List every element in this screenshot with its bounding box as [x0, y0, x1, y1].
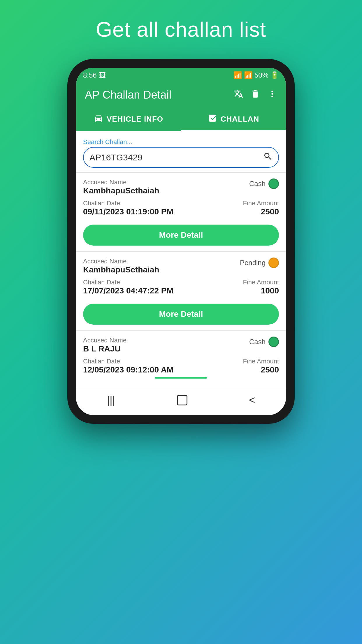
content-area: Search Challan... AP16TG3429 Accused Nam… — [76, 131, 286, 388]
status-icons: 📶 📶 50% 🔋 — [233, 71, 279, 79]
amount-value-2: 1000 — [243, 286, 279, 295]
amount-label-2: Fine Amount — [243, 279, 279, 286]
status-bar: 8:56 🖼 📶 📶 50% 🔋 — [76, 68, 286, 83]
signal-icon: 📶 — [244, 71, 253, 79]
date-value-3: 12/05/2023 09:12:00 AM — [83, 365, 173, 374]
vehicle-icon — [94, 113, 103, 125]
phone-screen: 8:56 🖼 📶 📶 50% 🔋 AP Challan Detail — [76, 68, 286, 415]
scroll-indicator — [155, 377, 207, 379]
more-detail-btn-2[interactable]: More Detail — [83, 304, 279, 325]
delete-button[interactable] — [250, 89, 260, 101]
phone-frame: 8:56 🖼 📶 📶 50% 🔋 AP Challan Detail — [67, 59, 295, 424]
date-label-3: Challan Date — [83, 358, 173, 365]
time: 8:56 — [83, 71, 97, 79]
search-box[interactable]: AP16TG3429 — [83, 147, 279, 168]
search-area: Search Challan... AP16TG3429 — [76, 131, 286, 172]
app-bar: AP Challan Detail — [76, 83, 286, 107]
battery: 50% — [254, 71, 268, 79]
status-dot-1 — [268, 178, 279, 189]
app-title: AP Challan Detail — [85, 89, 171, 101]
battery-icon: 🔋 — [270, 71, 279, 79]
status-text-1: Cash — [249, 180, 266, 188]
accused-label-1: Accused Name — [83, 178, 159, 186]
status-badge-3: Cash — [249, 337, 279, 347]
challan-card-1: Accused Name KambhapuSethaiah Cash Chall… — [76, 172, 286, 246]
amount-label-1: Fine Amount — [243, 200, 279, 207]
more-detail-btn-1[interactable]: More Detail — [83, 225, 279, 246]
accused-label-2: Accused Name — [83, 258, 159, 265]
status-text-2: Pending — [240, 259, 266, 267]
tab-bar: VEHICLE INFO CHALLAN — [76, 107, 286, 131]
accused-label-3: Accused Name — [83, 337, 126, 344]
accused-name-1: KambhapuSethaiah — [83, 186, 159, 195]
search-value: AP16TG3429 — [89, 153, 263, 162]
translate-button[interactable] — [233, 89, 243, 101]
challan-icon — [208, 113, 217, 125]
search-icon[interactable] — [263, 152, 273, 163]
accused-name-2: KambhapuSethaiah — [83, 265, 159, 274]
app-actions — [233, 89, 277, 101]
date-label-1: Challan Date — [83, 200, 173, 207]
wifi-icon: 📶 — [233, 71, 242, 79]
status-badge-1: Cash — [249, 178, 279, 189]
date-label-2: Challan Date — [83, 279, 173, 286]
page-title: Get all challan list — [96, 18, 266, 41]
amount-value-3: 2500 — [243, 365, 279, 374]
nav-recent-button[interactable]: < — [249, 394, 255, 406]
more-button[interactable] — [267, 89, 277, 101]
nav-home-button[interactable] — [177, 395, 187, 405]
date-value-2: 17/07/2023 04:47:22 PM — [83, 286, 173, 295]
search-label: Search Challan... — [83, 138, 279, 146]
tab-challan[interactable]: CHALLAN — [181, 107, 286, 131]
challan-card-2: Accused Name KambhapuSethaiah Pending Ch… — [76, 251, 286, 325]
amount-label-3: Fine Amount — [243, 358, 279, 365]
date-value-1: 09/11/2023 01:19:00 PM — [83, 207, 173, 216]
nav-bar: ||| < — [76, 388, 286, 415]
amount-value-1: 2500 — [243, 207, 279, 216]
status-dot-2 — [268, 258, 279, 268]
status-text-3: Cash — [249, 338, 266, 346]
challan-card-3: Accused Name B L RAJU Cash Challan Date … — [76, 330, 286, 388]
photo-icon: 🖼 — [99, 71, 106, 79]
tab-vehicle-info[interactable]: VEHICLE INFO — [76, 107, 181, 131]
status-badge-2: Pending — [240, 258, 279, 268]
status-dot-3 — [268, 337, 279, 347]
tab-challan-label: CHALLAN — [221, 115, 259, 124]
accused-name-3: B L RAJU — [83, 344, 126, 354]
nav-back-button[interactable]: ||| — [107, 394, 115, 406]
tab-vehicle-label: VEHICLE INFO — [107, 115, 163, 124]
